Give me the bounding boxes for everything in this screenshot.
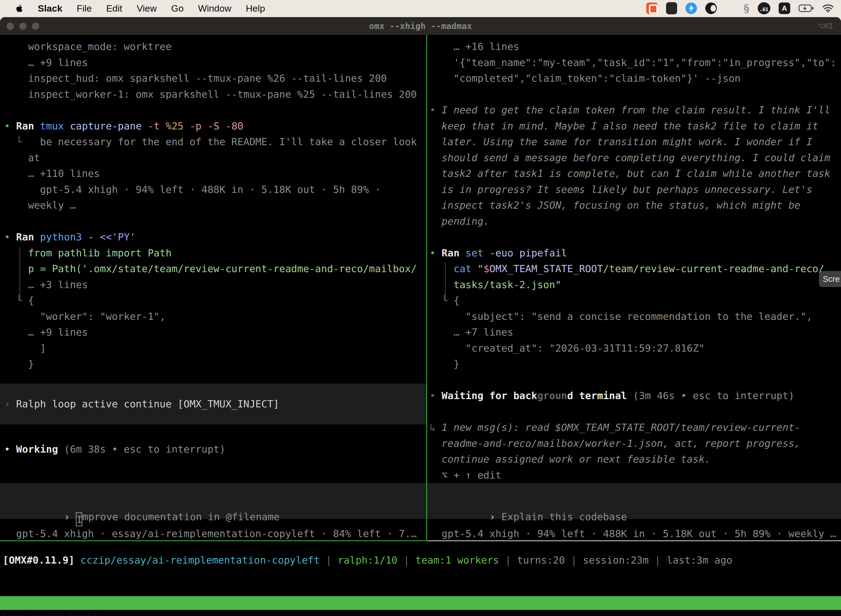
terminal-row: }	[429, 356, 841, 372]
text-segment: … +3 lines	[4, 279, 88, 290]
menu-item[interactable]: Edit	[106, 3, 123, 14]
window-shortcut: ⌥⌘1	[818, 17, 833, 35]
text-segment: later. Using the same for transition mig…	[429, 136, 812, 147]
text-segment: should send a message before completing …	[429, 152, 830, 163]
text-segment: •	[4, 231, 16, 243]
text-segment: "created_at": "2026-03-31T11:59:27.816Z"	[429, 343, 705, 354]
terminal-row: • Ran tmux capture-pane -t %25 -p -S -80	[4, 118, 426, 134]
pane-hud[interactable]: [OMX#0.11.9] cczip/essay/ai-reimplementa…	[0, 541, 841, 616]
text-segment: %25	[166, 120, 189, 132]
screen-share-icon[interactable]	[646, 3, 658, 14]
text-segment: p = Path('.omx/state/team/review-current…	[4, 263, 417, 274]
text-segment: └	[4, 136, 40, 147]
text-segment: Ran	[16, 120, 40, 132]
count-badge[interactable]: ..61	[757, 2, 771, 14]
window-title: omx --xhigh --madmax	[0, 17, 841, 35]
app-menu-slack[interactable]: Slack	[38, 3, 62, 14]
terminal-row: … +16 lines	[429, 39, 841, 55]
terminal-row: '{"team_name":"my-team","task_id":"1","f…	[429, 55, 841, 70]
apple-menu-icon[interactable]	[16, 4, 23, 13]
text-segment: cat	[454, 263, 478, 274]
text-segment: [OMX#0.11.9]	[3, 554, 81, 566]
code-block-guide-line	[445, 263, 445, 301]
terminal-row: "completed","claim_token":"claim-token"}…	[429, 70, 841, 87]
pane-leader-agent[interactable]: workspace_mode: worktree … +9 lines insp…	[0, 35, 426, 540]
text-segment: "	[555, 279, 561, 290]
code-block-guide-line	[20, 247, 20, 301]
wifi-icon[interactable]	[822, 4, 834, 13]
text-segment: python3	[40, 231, 88, 243]
terminal-row: tasks/task-2.json"	[429, 277, 841, 293]
text-segment: from pathlib import Path	[4, 247, 171, 259]
battery-icon[interactable]	[799, 4, 814, 12]
omx-status-line: [OMX#0.11.9] cczip/essay/ai-reimplementa…	[3, 552, 841, 568]
text-segment: be necessary for the end of the README. …	[40, 136, 417, 147]
text-segment: 1 new msg(s): read $OMX_TEAM_STATE_ROOT/…	[441, 422, 800, 433]
menu-item[interactable]: File	[77, 3, 92, 14]
terminal-row: • Ran set -euo pipefail	[429, 245, 841, 261]
text-segment: {	[28, 295, 34, 306]
terminal-row: task2 after task1 is complete, but can I…	[429, 166, 841, 182]
text-segment: at	[4, 152, 40, 163]
input-placeholder: Explain this codebase	[501, 511, 627, 522]
text-segment: ›	[4, 398, 16, 409]
text-segment: Ralph loop active continue [OMX_TMUX_INJ…	[16, 398, 279, 409]
terminal-row: … +7 lines	[429, 324, 841, 340]
terminal-row: gpt-5.4 xhigh · 94% left · 488K in · 5.1…	[4, 182, 426, 198]
text-segment: |	[649, 554, 667, 566]
terminal-row: └ {	[429, 293, 841, 308]
text-segment: '{"team_name":"my-team","task_id":"1","f…	[429, 57, 836, 68]
text-segment: keep that in mind. Maybe I also need the…	[429, 120, 818, 132]
text-segment: -euo pipefail	[489, 247, 567, 259]
text-segment: d terminal	[567, 390, 627, 401]
terminal-row: ⌥ + ↑ edit	[429, 467, 841, 483]
input-placeholder: mprove documentation in @filename	[82, 511, 280, 522]
scrollback: workspace_mode: worktree … +9 lines insp…	[0, 39, 426, 372]
text-segment: … +7 lines	[429, 327, 513, 338]
keyboard-icon[interactable]	[666, 2, 677, 14]
terminal-row	[4, 213, 426, 229]
terminal-row	[429, 87, 841, 103]
squiggle-icon[interactable]: §	[744, 2, 749, 15]
terminal-row: … +3 lines	[4, 277, 426, 293]
terminal-row: }	[4, 356, 426, 372]
prompt-input[interactable]: › Improve documentation in @filename	[0, 483, 426, 519]
terminal-row: at	[4, 150, 426, 166]
screenshot-toast: Scre	[819, 271, 841, 287]
pane-worker-agent[interactable]: … +16 lines '{"team_name":"my-team","tas…	[427, 35, 841, 540]
model-status-line: gpt-5.4 xhigh · essay/ai-reimplementatio…	[4, 526, 426, 540]
menu-item[interactable]: Help	[246, 3, 265, 14]
terminal-row: later. Using the same for transition mig…	[429, 134, 841, 150]
crescent-icon[interactable]	[705, 3, 717, 14]
grid-icon[interactable]	[725, 3, 736, 13]
input-source-icon[interactable]: A	[779, 3, 790, 14]
window-titlebar[interactable]: omx --xhigh --madmax ⌥⌘1	[0, 17, 841, 35]
tmux-session-window[interactable]: [omx-cczip0:bash*	[2, 610, 98, 616]
terminal-row: ]	[4, 340, 426, 356]
text-segment: session:23m	[583, 554, 648, 566]
bolt-icon[interactable]	[686, 3, 697, 14]
tmux-status-bar: [omx-cczip0:bash* "MacBook-Pro-44.local"…	[0, 596, 841, 610]
menu-item[interactable]: Window	[198, 3, 231, 14]
text-segment: |	[565, 554, 583, 566]
text-segment: inspect_worker-1: omx sparkshell --tmux-…	[4, 89, 417, 100]
text-segment: └	[429, 295, 454, 306]
terminal-row	[429, 404, 841, 420]
terminal-row: └ {	[4, 293, 426, 308]
text-segment: pending.	[429, 216, 489, 227]
terminal-row: is in progress? It seems likely but perh…	[429, 182, 841, 198]
text-segment: •	[429, 390, 441, 401]
ralph-loop-banner: › Ralph loop active continue [OMX_TMUX_I…	[0, 384, 426, 424]
text-segment: └	[4, 295, 28, 306]
terminal-row: weekly …	[4, 197, 426, 213]
terminal-row: workspace_mode: worktree	[4, 39, 426, 55]
text-segment: •	[4, 443, 16, 455]
menu-item[interactable]: Go	[171, 3, 183, 14]
text-segment: /team/review-current-readme-and-reco/	[603, 263, 825, 274]
prompt-input[interactable]: › Explain this codebase	[427, 483, 841, 519]
terminal-row: p = Path('.omx/state/team/review-current…	[4, 261, 426, 277]
text-segment: <<'PY'	[100, 231, 136, 243]
terminal-row: └ be necessary for the end of the README…	[4, 134, 426, 150]
menu-item[interactable]: View	[136, 3, 157, 14]
text-segment: {	[454, 295, 460, 306]
